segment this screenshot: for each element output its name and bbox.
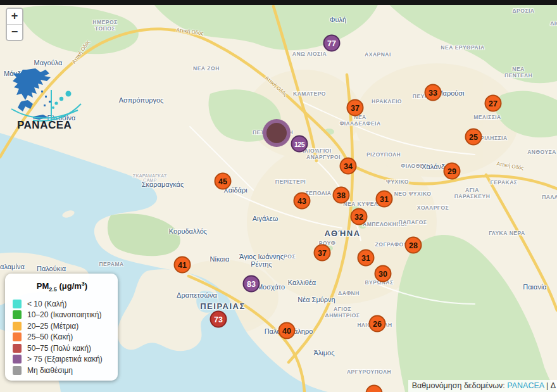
station-marker[interactable]: 73 [210,311,227,328]
legend-title: PM2.5 (μg/m3) [13,281,111,293]
legend-item: 20–25 (Μέτρια) [13,320,111,332]
station-marker[interactable]: 28 [405,237,422,254]
legend-label: > 75 (Εξαιρετικά κακή) [27,355,103,364]
legend-label: 20–25 (Μέτρια) [27,322,78,331]
air-quality-map-app: ΗΜΕΡΟΣ ΤΟΠΟΣΦυλήΔΡΟΣΙΑΔΙΟΝΥΣΟΣΝΕΑ ΕΡΥΘΡΑ… [0,0,557,392]
station-marker[interactable]: 27 [485,95,502,112]
legend-swatch [13,344,22,353]
legend-item: < 10 (Καλή) [13,298,111,310]
zoom-out-button[interactable]: − [7,24,22,40]
legend-item: > 75 (Εξαιρετικά κακή) [13,353,111,365]
station-marker[interactable]: 25 [465,129,482,146]
station-marker[interactable]: 37 [314,244,331,262]
station-marker[interactable]: 37 [347,99,364,117]
station-marker[interactable]: 40 [278,322,296,339]
station-marker[interactable]: 31 [358,250,375,267]
station-marker[interactable] [263,119,291,147]
legend-swatch [13,300,22,308]
legend-item: 50–75 (Πολύ κακή) [13,343,111,354]
legend-label: 50–75 (Πολύ κακή) [27,344,91,353]
station-marker[interactable]: 31 [376,191,393,208]
station-marker[interactable]: 34 [340,158,357,175]
station-marker[interactable]: 33 [425,84,442,101]
legend-item: Μη διαθέσιμη [13,365,111,376]
attribution-text: Βαθμονόμηση δεδομένων: [412,381,508,390]
pm25-legend: PM2.5 (μg/m3) < 10 (Καλή)10–20 (Ικανοποι… [5,274,118,381]
legend-item: 25–50 (Κακή) [13,331,111,343]
station-marker[interactable]: 43 [294,193,311,210]
legend-swatch [13,366,22,375]
station-marker[interactable]: 38 [333,187,350,204]
top-black-bar [0,0,557,5]
legend-swatch [13,322,22,331]
station-marker[interactable]: 26 [369,315,386,332]
legend-label: < 10 (Καλή) [27,300,66,308]
panacea-link[interactable]: PANACEA [507,381,544,390]
station-marker[interactable]: 30 [375,265,392,282]
attribution-bar: Βαθμονόμηση δεδομένων: PANACEA | Δ [408,380,557,392]
legend-label: 10–20 (Ικανοποιητική) [27,310,102,319]
legend-label: Μη διαθέσιμη [27,366,73,375]
station-marker[interactable]: 77 [323,35,341,52]
zoom-in-button[interactable]: + [7,9,22,24]
legend-label: 25–50 (Κακή) [27,332,73,341]
station-marker[interactable]: 29 [444,163,461,180]
station-marker[interactable]: 125 [291,136,308,153]
legend-item: 10–20 (Ικανοποιητική) [13,309,111,320]
station-marker[interactable]: 41 [174,256,191,274]
zoom-control: + − [6,8,23,41]
attribution-suffix: | Δ [544,381,556,390]
station-marker[interactable]: 32 [351,208,368,225]
legend-swatch [13,355,22,364]
legend-swatch [13,332,22,341]
legend-rows: < 10 (Καλή)10–20 (Ικανοποιητική)20–25 (Μ… [13,298,111,376]
legend-swatch [13,310,22,319]
station-marker[interactable]: 45 [215,173,232,190]
station-marker[interactable]: 83 [243,275,260,293]
